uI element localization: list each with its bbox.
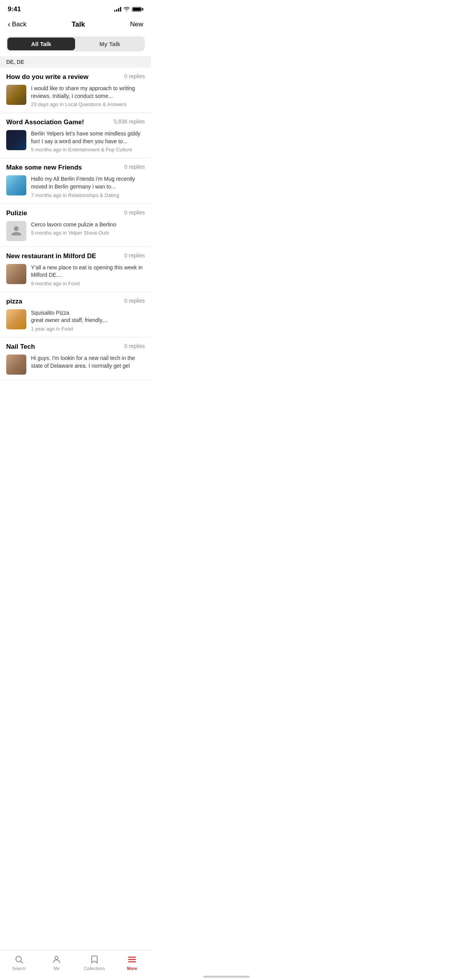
battery-icon — [132, 7, 143, 12]
back-chevron-icon: ‹ — [8, 20, 10, 29]
post-replies: 0 replies — [124, 252, 145, 259]
post-item-5[interactable]: New restaurant in Milford DE 0 replies Y… — [0, 247, 151, 292]
nav-bar: ‹ Back Talk New — [0, 16, 151, 34]
post-item-1[interactable]: How do you write a review 0 replies I wo… — [0, 68, 151, 113]
post-item-7[interactable]: Nail Tech 0 replies Hi guys. I'm lookin … — [0, 338, 151, 380]
post-title: Make some new Friends — [6, 164, 124, 171]
post-title: How do you write a review — [6, 73, 124, 81]
post-meta: 9 months ago in Yelper Shout-Outs — [31, 230, 145, 236]
post-replies: 0 replies — [124, 298, 145, 304]
post-avatar — [6, 355, 26, 375]
post-avatar — [6, 309, 26, 329]
post-title: Nail Tech — [6, 343, 124, 351]
tab-all-talk[interactable]: All Talk — [7, 38, 75, 50]
wifi-icon — [124, 7, 130, 12]
post-preview: Hallo my All Berlin Friends i'm Mug rece… — [31, 175, 145, 190]
post-item-2[interactable]: Word Association Game! 5,838 replies Ber… — [0, 113, 151, 158]
posts-list: DE, DE How do you write a review 0 repli… — [0, 56, 151, 419]
post-meta: 5 months ago in Entertainment & Pop Cult… — [31, 147, 145, 152]
post-replies: 5,838 replies — [114, 118, 145, 125]
post-replies: 0 replies — [124, 164, 145, 170]
post-item-4[interactable]: Pulizie 0 replies Cerco lavoro come puli… — [0, 204, 151, 247]
back-button[interactable]: ‹ Back — [8, 20, 26, 29]
tab-my-talk[interactable]: My Talk — [76, 38, 144, 50]
status-bar: 9:41 — [0, 0, 151, 16]
post-item-3[interactable]: Make some new Friends 0 replies Hallo my… — [0, 158, 151, 204]
post-meta: 9 months ago in Food — [31, 281, 145, 286]
post-preview: Squisalito Pizzagreat owner and staff, f… — [31, 309, 145, 324]
section-header-de: DE, DE — [0, 56, 151, 68]
post-preview: Hi guys. I'm lookin for a new nail tech … — [31, 355, 145, 370]
post-replies: 0 replies — [124, 73, 145, 79]
back-label: Back — [12, 21, 27, 28]
post-meta: 23 days ago in Local Questions & Answers — [31, 101, 145, 107]
post-replies: 0 replies — [124, 209, 145, 216]
signal-bars-icon — [114, 7, 121, 12]
post-meta: 7 months ago in Relationships & Dating — [31, 192, 145, 198]
post-title: Pulizie — [6, 209, 124, 217]
post-title: Word Association Game! — [6, 118, 114, 126]
post-meta: 1 year ago in Food — [31, 326, 145, 332]
post-avatar — [6, 85, 26, 105]
post-title: New restaurant in Milford DE — [6, 252, 124, 260]
post-preview: Cerco lavoro come pulizie a Berlino — [31, 221, 145, 229]
status-icons — [114, 7, 143, 12]
post-title: pizza — [6, 298, 124, 305]
status-time: 9:41 — [8, 5, 21, 13]
post-preview: Berlin Yelpers let's have some mindless … — [31, 130, 145, 145]
post-preview: I would like to share my approach to wri… — [31, 85, 145, 100]
post-preview: Y'all a new place to eat is opening this… — [31, 264, 145, 279]
page-title: Talk — [72, 21, 85, 29]
post-avatar — [6, 264, 26, 284]
tab-switcher: All Talk My Talk — [6, 36, 145, 51]
post-item-6[interactable]: pizza 0 replies Squisalito Pizzagreat ow… — [0, 292, 151, 338]
post-avatar-placeholder — [6, 221, 26, 241]
post-replies: 0 replies — [124, 343, 145, 349]
new-button[interactable]: New — [130, 21, 143, 28]
post-avatar — [6, 130, 26, 150]
post-avatar — [6, 175, 26, 195]
